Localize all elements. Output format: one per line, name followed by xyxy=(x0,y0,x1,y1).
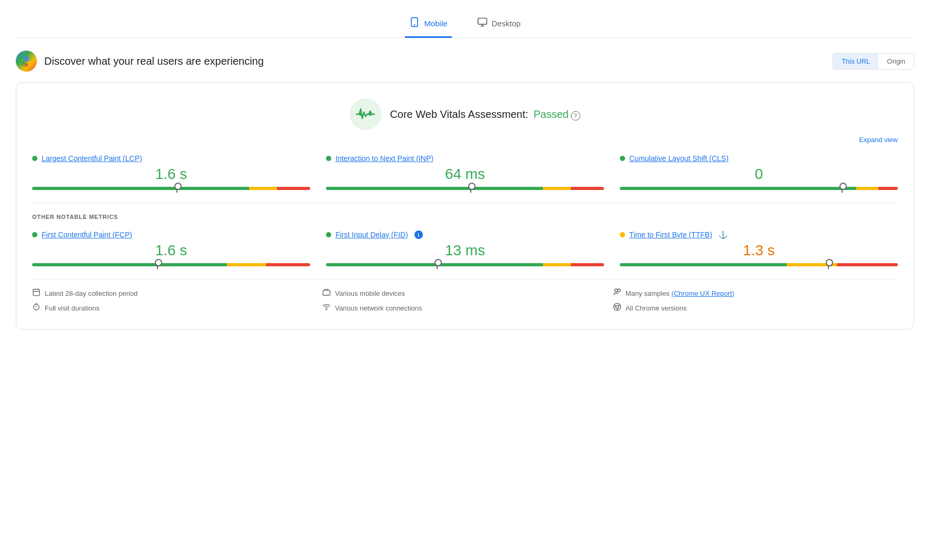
metric-bar-fcp xyxy=(32,263,310,266)
svg-rect-11 xyxy=(33,289,39,296)
metric-inp: Interaction to Next Paint (INP)64 ms xyxy=(326,154,604,190)
desktop-icon xyxy=(477,17,488,30)
svg-point-5 xyxy=(23,56,29,62)
footer-chrome-text: All Chrome versions xyxy=(626,304,687,312)
devices-icon xyxy=(322,288,331,298)
metric-marker-ttfb xyxy=(828,261,829,269)
timer-icon xyxy=(32,303,41,313)
metric-lcp: Largest Contentful Paint (LCP)1.6 s xyxy=(32,154,310,190)
header-section: Discover what your real users are experi… xyxy=(16,51,914,72)
metric-marker-lcp xyxy=(176,184,177,193)
flask-icon: ⚓ xyxy=(718,231,727,239)
calendar-icon xyxy=(32,288,41,298)
metric-value-lcp: 1.6 s xyxy=(32,166,310,183)
svg-point-24 xyxy=(617,289,620,292)
origin-button[interactable]: Origin xyxy=(878,54,914,69)
tab-desktop-label: Desktop xyxy=(492,19,521,28)
metric-name-fid[interactable]: First Input Delay (FID) xyxy=(335,231,408,239)
footer-item-samples: Many samples (Chrome UX Report) xyxy=(613,288,898,298)
cwv-assessment-text: Core Web Vitals Assessment: Passed ? xyxy=(390,108,580,121)
footer-visit-text: Full visit durations xyxy=(45,304,100,312)
metric-label-fid: First Input Delay (FID)i xyxy=(326,231,604,239)
metric-cls: Cumulative Layout Shift (CLS)0 xyxy=(620,154,898,190)
metric-name-cls[interactable]: Cumulative Layout Shift (CLS) xyxy=(629,154,728,163)
mobile-icon xyxy=(409,17,420,30)
metric-name-inp[interactable]: Interaction to Next Paint (INP) xyxy=(335,154,433,163)
core-metrics-grid: Largest Contentful Paint (LCP)1.6 sInter… xyxy=(32,154,898,190)
metric-name-ttfb[interactable]: Time to First Byte (TTFB) xyxy=(629,231,712,239)
expand-view: Expand view xyxy=(32,135,898,144)
metric-label-lcp: Largest Contentful Paint (LCP) xyxy=(32,154,310,163)
svg-rect-2 xyxy=(478,18,487,25)
chrome-ux-link[interactable]: (Chrome UX Report) xyxy=(671,289,734,297)
metric-name-lcp[interactable]: Largest Contentful Paint (LCP) xyxy=(42,154,142,163)
metric-value-fid: 13 ms xyxy=(326,242,604,259)
other-metrics-grid: First Contentful Paint (FCP)1.6 sFirst I… xyxy=(32,231,898,266)
this-url-button[interactable]: This URL xyxy=(833,54,878,69)
footer-col1: Latest 28-day collection period Full vis… xyxy=(32,288,317,313)
metric-bar-ttfb xyxy=(620,263,898,266)
network-icon xyxy=(322,303,331,313)
footer-item-visit: Full visit durations xyxy=(32,303,317,313)
tab-desktop[interactable]: Desktop xyxy=(473,11,525,38)
metric-marker-cls xyxy=(842,184,843,193)
header-left: Discover what your real users are experi… xyxy=(16,51,264,72)
metric-value-cls: 0 xyxy=(620,166,898,183)
metric-label-ttfb: Time to First Byte (TTFB)⚓ xyxy=(620,231,898,239)
metric-dot-lcp xyxy=(32,156,37,161)
metric-label-fcp: First Contentful Paint (FCP) xyxy=(32,231,310,239)
svg-point-23 xyxy=(615,289,617,292)
metric-dot-ttfb xyxy=(620,232,625,237)
footer-collection-text: Latest 28-day collection period xyxy=(45,289,137,297)
expand-link[interactable]: Expand view xyxy=(859,136,898,144)
metric-marker-fid xyxy=(437,261,438,269)
info-icon[interactable]: i xyxy=(414,231,423,239)
metric-value-ttfb: 1.3 s xyxy=(620,242,898,259)
metric-label-inp: Interaction to Next Paint (INP) xyxy=(326,154,604,163)
footer-info: Latest 28-day collection period Full vis… xyxy=(32,279,898,313)
section-divider xyxy=(32,203,898,203)
metric-bar-inp xyxy=(326,187,604,190)
url-origin-toggle: This URL Origin xyxy=(833,53,914,69)
main-card: Core Web Vitals Assessment: Passed ? Exp… xyxy=(16,82,914,329)
cwv-status: Passed xyxy=(533,108,569,120)
cwv-help-icon[interactable]: ? xyxy=(571,111,580,121)
metric-name-fcp[interactable]: First Contentful Paint (FCP) xyxy=(42,231,132,239)
cwv-header: Core Web Vitals Assessment: Passed ? xyxy=(32,98,898,130)
metric-label-cls: Cumulative Layout Shift (CLS) xyxy=(620,154,898,163)
header-avatar xyxy=(16,51,37,72)
footer-item-chrome: All Chrome versions xyxy=(613,303,898,313)
metric-marker-fcp xyxy=(157,261,158,269)
svg-point-9 xyxy=(359,113,362,116)
tab-mobile[interactable]: Mobile xyxy=(405,11,451,38)
footer-item-network: Various network connections xyxy=(322,303,607,313)
footer-item-collection: Latest 28-day collection period xyxy=(32,288,317,298)
tab-bar: Mobile Desktop xyxy=(16,11,914,38)
metric-dot-cls xyxy=(620,156,625,161)
cwv-icon xyxy=(350,98,381,130)
metric-marker-inp xyxy=(470,184,471,193)
metric-bar-lcp xyxy=(32,187,310,190)
svg-rect-18 xyxy=(323,291,330,295)
metric-ttfb: Time to First Byte (TTFB)⚓1.3 s xyxy=(620,231,898,266)
page-title: Discover what your real users are experi… xyxy=(44,55,264,67)
metric-bar-fid xyxy=(326,263,604,266)
metric-fid: First Input Delay (FID)i13 ms xyxy=(326,231,604,266)
footer-samples-text: Many samples (Chrome UX Report) xyxy=(626,289,735,297)
footer-col2: Various mobile devices Various network c… xyxy=(322,288,607,313)
svg-point-10 xyxy=(369,113,372,116)
metric-value-inp: 64 ms xyxy=(326,166,604,183)
cwv-label: Core Web Vitals Assessment: xyxy=(390,108,528,120)
footer-col3: Many samples (Chrome UX Report) All Chro… xyxy=(613,288,898,313)
other-metrics-label: OTHER NOTABLE METRICS xyxy=(32,214,898,220)
metric-value-fcp: 1.6 s xyxy=(32,242,310,259)
metric-dot-fcp xyxy=(32,232,37,237)
metric-dot-inp xyxy=(326,156,331,161)
metric-bar-cls xyxy=(620,187,898,190)
chrome-icon xyxy=(613,303,621,313)
svg-point-8 xyxy=(25,63,28,67)
footer-item-devices: Various mobile devices xyxy=(322,288,607,298)
metric-dot-fid xyxy=(326,232,331,237)
footer-network-text: Various network connections xyxy=(335,304,422,312)
tab-mobile-label: Mobile xyxy=(424,19,447,28)
